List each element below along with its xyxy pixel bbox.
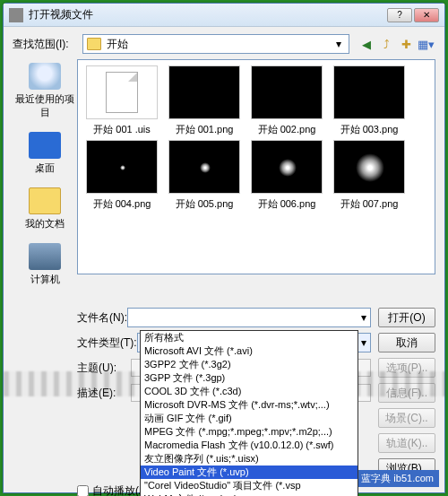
- filetype-label: 文件类型(T):: [77, 335, 137, 351]
- filetype-option[interactable]: Microsoft AVI 文件 (*.avi): [141, 344, 358, 358]
- filetype-option[interactable]: Video Paint 文件 (*.uvp): [141, 466, 358, 479]
- close-button[interactable]: ✕: [414, 8, 439, 22]
- lookin-combo[interactable]: 开始 ▾: [82, 34, 349, 54]
- filetype-option[interactable]: "Corel VideoStudio" 项目文件 (*.vsp: [141, 479, 358, 492]
- thumbnail: [168, 65, 240, 119]
- places-sidebar: 最近使用的项目 桌面 我的文档 计算机: [13, 59, 77, 299]
- file-name: 开始 006.png: [246, 197, 327, 211]
- filetype-option[interactable]: 友立图像序列 (*.uis;*.uisx): [141, 452, 358, 466]
- filetype-option[interactable]: 动画 GIF 文件 (*.gif): [141, 412, 358, 425]
- new-folder-icon[interactable]: ✚: [398, 36, 414, 52]
- filetype-option[interactable]: Microsoft DVR-MS 文件 (*.dvr-ms;*.wtv;...): [141, 398, 358, 412]
- lookin-value: 开始: [107, 37, 332, 52]
- file-name: 开始 001.png: [164, 123, 245, 136]
- file-item[interactable]: 开始 002.png: [246, 65, 327, 136]
- computer-icon: [29, 243, 61, 270]
- app-icon: [9, 8, 23, 22]
- filetype-option[interactable]: 3GPP 文件 (*.3gp): [141, 371, 358, 385]
- file-name: 开始 003.png: [329, 123, 409, 136]
- scene-button[interactable]: 场景(C)..: [378, 408, 435, 428]
- options-button[interactable]: 选项(P)..: [378, 358, 435, 378]
- cancel-button[interactable]: 取消: [378, 333, 435, 352]
- filetype-option[interactable]: MPEG 文件 (*.mpg;*.mpeg;*.mpv;*.m2p;...): [141, 425, 358, 439]
- file-item[interactable]: 开始 004.png: [82, 140, 162, 211]
- thumbnail: [168, 140, 240, 194]
- help-button[interactable]: ?: [387, 8, 412, 22]
- recent-icon: [29, 63, 61, 90]
- filetype-option[interactable]: WebM 文件 (*.webm): [141, 492, 358, 496]
- file-item[interactable]: 开始 007.png: [329, 140, 409, 211]
- desktop-icon: [29, 132, 61, 159]
- filename-label: 文件名(N):: [77, 310, 127, 326]
- titlebar: 打开视频文件 ? ✕: [4, 4, 444, 27]
- thumbnail: [251, 65, 323, 119]
- subject-label: 主题(U):: [77, 361, 131, 376]
- file-item[interactable]: 开始 005.png: [164, 140, 245, 211]
- filetype-option[interactable]: 所有格式: [141, 331, 358, 344]
- filename-input[interactable]: ▾: [127, 308, 371, 327]
- chevron-down-icon: ▾: [352, 311, 366, 324]
- watermark: 蓝字典 ib51.com: [356, 470, 439, 487]
- file-name: 开始 005.png: [164, 197, 245, 211]
- autoplay-checkbox[interactable]: [77, 485, 89, 496]
- thumbnail: [86, 65, 158, 119]
- filetype-dropdown[interactable]: 所有格式Microsoft AVI 文件 (*.avi)3GPP2 文件 (*.…: [140, 330, 358, 496]
- view-menu-icon[interactable]: ▦▾: [418, 36, 434, 52]
- up-icon[interactable]: ⤴: [378, 36, 394, 52]
- window-title: 打开视频文件: [29, 7, 385, 22]
- file-item[interactable]: 开始 001 .uis: [82, 65, 162, 136]
- sidebar-item-recent[interactable]: 最近使用的项目: [13, 63, 77, 119]
- chevron-down-icon: ▾: [332, 38, 345, 50]
- file-item[interactable]: 开始 006.png: [246, 140, 327, 211]
- open-button[interactable]: 打开(O): [378, 308, 435, 327]
- info-button[interactable]: 信息(F)..: [378, 383, 435, 403]
- folder-icon: [87, 38, 101, 50]
- file-name: 开始 007.png: [329, 197, 409, 211]
- thumbnail: [333, 140, 405, 194]
- filetype-option[interactable]: COOL 3D 文件 (*.c3d): [141, 385, 358, 398]
- open-file-dialog: 打开视频文件 ? ✕ 查找范围(I): 开始 ▾ ◀ ⤴ ✚ ▦▾ 最近使用的项: [3, 3, 445, 493]
- file-name: 开始 001 .uis: [82, 123, 162, 136]
- sidebar-item-desktop[interactable]: 桌面: [29, 132, 61, 175]
- sidebar-item-documents[interactable]: 我的文档: [25, 187, 65, 231]
- filetype-option[interactable]: 3GPP2 文件 (*.3g2): [141, 358, 358, 371]
- file-list[interactable]: 开始 001 .uis开始 001.png开始 002.png开始 003.pn…: [77, 59, 435, 274]
- file-item[interactable]: 开始 003.png: [329, 65, 409, 136]
- sidebar-item-computer[interactable]: 计算机: [29, 243, 61, 286]
- documents-icon: [29, 187, 61, 214]
- back-icon[interactable]: ◀: [358, 36, 375, 52]
- thumbnail: [333, 65, 405, 119]
- file-item[interactable]: 开始 001.png: [164, 65, 245, 136]
- tracks-button[interactable]: 轨道(K)..: [378, 433, 435, 453]
- filetype-option[interactable]: Macromedia Flash 文件 (v10.0.12.0) (*.swf): [141, 439, 358, 452]
- file-name: 开始 004.png: [82, 197, 162, 211]
- desc-label: 描述(E):: [77, 386, 131, 401]
- thumbnail: [251, 140, 323, 194]
- lookin-label: 查找范围(I):: [13, 37, 82, 52]
- file-name: 开始 002.png: [246, 123, 327, 136]
- thumbnail: [86, 140, 158, 194]
